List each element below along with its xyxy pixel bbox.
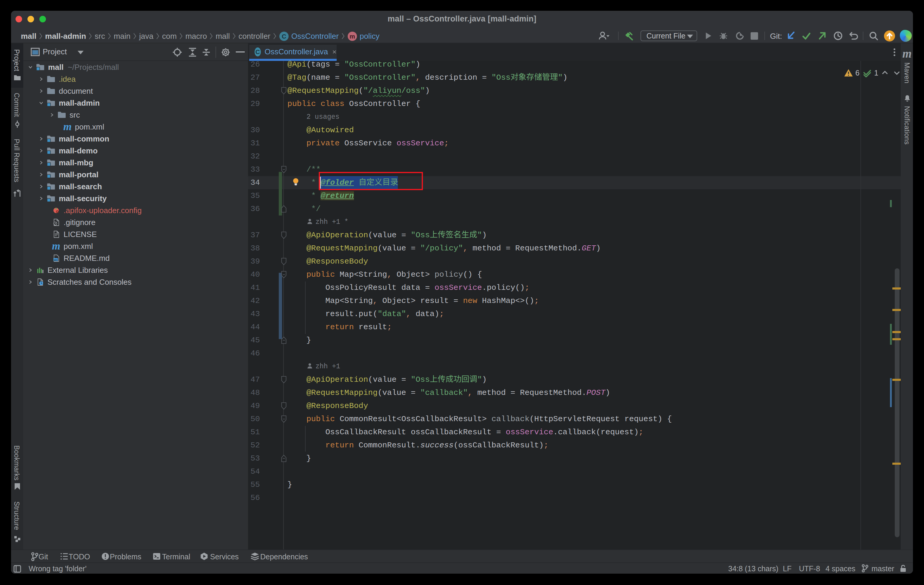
- svg-text:MD: MD: [54, 259, 58, 261]
